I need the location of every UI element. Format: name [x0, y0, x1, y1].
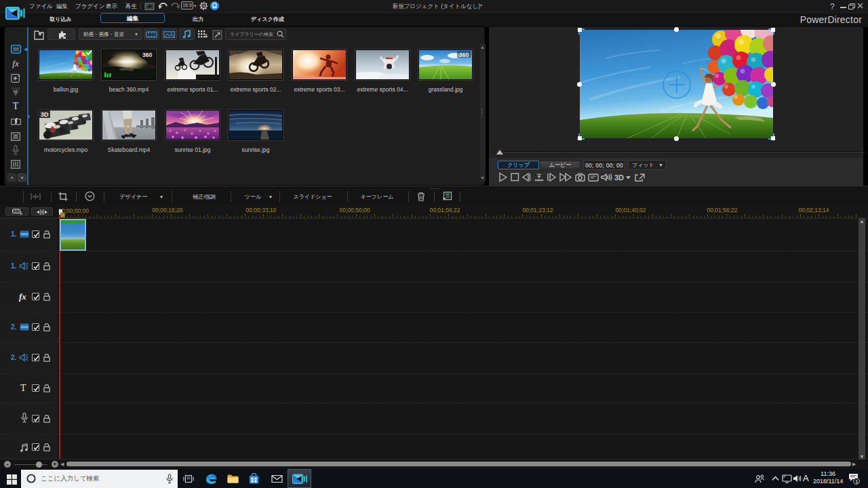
svg-text:1: 1: [856, 479, 859, 484]
svg-text:360: 360: [142, 52, 152, 58]
svg-text:3D: 3D: [614, 174, 624, 182]
svg-text:3D: 3D: [41, 111, 49, 118]
svg-text:360: 360: [459, 52, 469, 58]
